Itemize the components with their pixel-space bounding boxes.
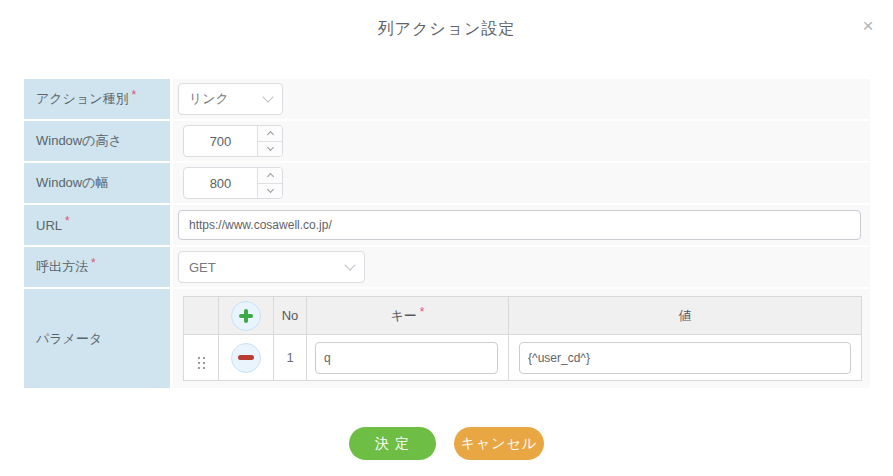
parameter-row-number: 1 (274, 335, 307, 381)
row-window-height: Windowの高さ (24, 121, 870, 161)
page-title: 列アクション設定 (0, 19, 893, 40)
remove-parameter-button[interactable] (231, 343, 261, 373)
plus-icon (239, 309, 253, 323)
cancel-button[interactable]: キャンセル (454, 427, 544, 460)
increment-button[interactable] (258, 126, 282, 142)
parameter-value-input[interactable] (519, 342, 851, 374)
row-parameters: パラメータ No キー* 値 (24, 289, 870, 388)
action-type-value: リンク (189, 90, 229, 108)
chevron-up-icon (266, 131, 273, 138)
parameter-table: No キー* 値 1 (183, 296, 862, 381)
url-label: URL* (24, 205, 170, 245)
decrement-button[interactable] (258, 184, 282, 199)
row-call-method: 呼出方法* GET (24, 247, 870, 287)
action-type-select[interactable]: リンク (178, 83, 283, 115)
chevron-down-icon (344, 259, 355, 270)
parameter-table-row: 1 (184, 335, 862, 381)
chevron-down-icon (266, 186, 273, 193)
required-mark: * (91, 256, 96, 270)
row-action-type: アクション種別* リンク (24, 79, 870, 119)
value-column-header: 値 (509, 297, 862, 335)
chevron-down-icon (262, 91, 273, 102)
window-width-stepper (183, 167, 283, 199)
parameters-label: パラメータ (24, 289, 170, 388)
required-mark: * (65, 214, 70, 228)
action-type-label: アクション種別* (24, 79, 170, 119)
url-input[interactable] (178, 210, 861, 240)
decrement-button[interactable] (258, 142, 282, 157)
required-mark: * (420, 305, 425, 319)
required-mark: * (132, 88, 137, 102)
close-icon[interactable]: × (858, 16, 878, 36)
window-height-label: Windowの高さ (24, 121, 170, 161)
window-width-input[interactable] (184, 168, 257, 198)
dialog-actions: 決 定 キャンセル (0, 427, 893, 460)
window-width-label: Windowの幅 (24, 163, 170, 203)
minus-icon (238, 355, 254, 360)
row-url: URL* (24, 205, 870, 245)
drag-handle-icon[interactable] (198, 357, 205, 369)
window-height-stepper (183, 125, 283, 157)
call-method-select[interactable]: GET (178, 251, 365, 283)
chevron-down-icon (266, 144, 273, 151)
key-column-header: キー* (307, 297, 509, 335)
row-window-width: Windowの幅 (24, 163, 870, 203)
parameter-table-header: No キー* 値 (184, 297, 862, 335)
chevron-up-icon (266, 173, 273, 180)
call-method-value: GET (189, 260, 216, 275)
window-height-input[interactable] (184, 126, 257, 156)
no-column-header: No (274, 297, 307, 335)
parameter-key-input[interactable] (315, 342, 498, 374)
increment-button[interactable] (258, 168, 282, 184)
column-action-form: アクション種別* リンク Windowの高さ Windowの幅 (24, 79, 870, 390)
submit-button[interactable]: 決 定 (349, 427, 436, 460)
call-method-label: 呼出方法* (24, 247, 170, 287)
add-parameter-button[interactable] (231, 301, 261, 331)
